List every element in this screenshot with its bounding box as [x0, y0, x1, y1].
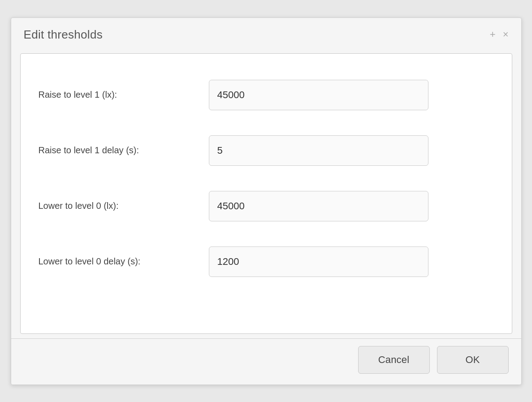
input-lower-level-0-lx[interactable]: [209, 191, 428, 221]
input-raise-level-1-delay[interactable]: [209, 135, 428, 166]
dialog-header: Edit thresholds + ×: [11, 18, 521, 49]
form-row: Raise to level 1 delay (s):: [39, 123, 494, 178]
dialog-footer: Cancel OK: [11, 338, 521, 385]
dialog-body: Raise to level 1 (lx):Raise to level 1 d…: [11, 49, 521, 338]
ok-button[interactable]: OK: [437, 346, 509, 374]
scrollable-panel[interactable]: Raise to level 1 (lx):Raise to level 1 d…: [20, 53, 512, 334]
header-icons: + ×: [490, 30, 509, 39]
form-row: Raise to level 1 (lx):: [39, 67, 494, 123]
form-row: Lower to level 0 delay (s):: [39, 234, 494, 290]
close-icon[interactable]: ×: [503, 30, 509, 39]
label-raise-level-1-delay: Raise to level 1 delay (s):: [39, 145, 209, 156]
label-raise-level-1-lx: Raise to level 1 (lx):: [39, 90, 209, 100]
cancel-button[interactable]: Cancel: [358, 346, 430, 374]
add-icon[interactable]: +: [490, 30, 496, 39]
input-raise-level-1-lx[interactable]: [209, 80, 428, 110]
label-lower-level-0-delay: Lower to level 0 delay (s):: [39, 256, 209, 267]
edit-thresholds-dialog: Edit thresholds + × Raise to level 1 (lx…: [11, 17, 522, 385]
input-lower-level-0-delay[interactable]: [209, 246, 428, 277]
label-lower-level-0-lx: Lower to level 0 (lx):: [39, 201, 209, 211]
dialog-title: Edit thresholds: [24, 28, 103, 42]
form-row: Lower to level 0 (lx):: [39, 178, 494, 234]
